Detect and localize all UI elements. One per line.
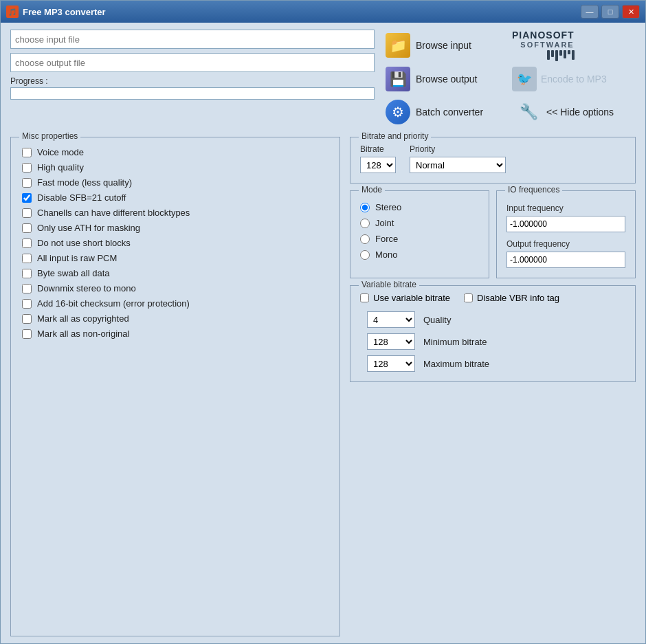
title-bar: 🎵 Free MP3 converter — □ ✕ <box>1 1 645 23</box>
output-freq-field[interactable] <box>506 252 625 268</box>
non-original-label: Mark all as non-original <box>37 329 129 339</box>
browse-output-label: Browse output <box>416 74 478 85</box>
vbr-quality-select[interactable]: 0123 456 789 <box>367 311 415 328</box>
vbr-min-select[interactable]: 32404856 648096112 128160192 224256320 <box>367 333 415 350</box>
window-title: Free MP3 converter <box>23 7 581 17</box>
disable-vbr-tag-checkbox[interactable] <box>464 293 473 302</box>
browse-output-icon: 💾 <box>386 67 410 91</box>
non-original-checkbox[interactable] <box>22 329 32 339</box>
vbr-min-row: 32404856 648096112 128160192 224256320 M… <box>367 333 625 350</box>
force-radio[interactable] <box>360 234 370 244</box>
voice-mode-checkbox[interactable] <box>22 148 32 157</box>
mode-panel: Mode Stereo Joint <box>350 190 489 278</box>
vbr-panel: Variable bitrate Use variable bitrate Di… <box>350 285 636 382</box>
raw-pcm-label: All input is raw PCM <box>37 253 117 263</box>
joint-radio[interactable] <box>360 219 370 228</box>
bitrate-group: Bitrate 32404856 648096112 128160192 224… <box>360 144 396 173</box>
hide-options-label: << Hide options <box>546 107 614 118</box>
use-vbr-label: Use variable bitrate <box>373 293 450 303</box>
stereo-item: Stereo <box>360 202 479 212</box>
downmix-checkbox[interactable] <box>22 284 32 293</box>
mono-label: Mono <box>375 249 398 260</box>
fast-mode-checkbox[interactable] <box>22 178 32 188</box>
only-ath-checkbox[interactable] <box>22 223 32 233</box>
checksum-item: Add 16-bit checksum (error protection) <box>22 298 328 309</box>
raw-pcm-checkbox[interactable] <box>22 254 32 263</box>
mode-legend: Mode <box>359 185 385 195</box>
freq-fields: Input frequency Output frequency <box>506 203 625 268</box>
batch-converter-button[interactable]: ⚙ Batch converter <box>381 97 505 127</box>
use-vbr-checkbox[interactable] <box>360 293 369 302</box>
stereo-radio[interactable] <box>360 203 370 212</box>
batch-row: ⚙ Batch converter 🔧 << Hide options <box>381 97 636 127</box>
logo-bar-7 <box>572 50 575 60</box>
batch-icon: ⚙ <box>386 100 410 124</box>
misc-properties-panel: Misc properties Voice mode High quality … <box>10 137 340 636</box>
priority-group: Priority Idle Below Normal Normal Above … <box>410 144 506 173</box>
left-inputs: Progress : <box>10 30 375 100</box>
logo-bar-5 <box>564 50 566 58</box>
progress-label: Progress : <box>10 76 375 86</box>
vbr-top: Use variable bitrate Disable VBR info ta… <box>360 293 625 303</box>
priority-select[interactable]: Idle Below Normal Normal Above Normal Hi… <box>410 157 506 173</box>
only-ath-item: Only use ATH for masking <box>22 223 328 233</box>
force-item: Force <box>360 234 479 244</box>
copyrighted-checkbox[interactable] <box>22 314 32 324</box>
no-short-blocks-checkbox[interactable] <box>22 238 32 248</box>
disable-vbr-tag-label: Disable VBR info tag <box>477 293 559 303</box>
io-frequencies-panel: IO frequences Input frequency Output fre… <box>496 190 636 278</box>
non-original-item: Mark all as non-original <box>22 329 328 339</box>
channels-diff-item: Chanells can have different blocktypes <box>22 208 328 218</box>
close-button[interactable]: ✕ <box>622 5 640 19</box>
minimize-button[interactable]: — <box>581 5 599 19</box>
freq-legend: IO frequences <box>505 185 562 195</box>
disable-sfb-checkbox[interactable] <box>22 193 32 203</box>
logo-bar-4 <box>559 50 562 56</box>
byte-swab-checkbox[interactable] <box>22 269 32 278</box>
fast-mode-item: Fast mode (less quality) <box>22 177 328 188</box>
copyrighted-item: Mark all as copyrighted <box>22 313 328 324</box>
options-section: Misc properties Voice mode High quality … <box>10 137 636 636</box>
vbr-max-select[interactable]: 32404856 648096112 128160192 224256320 <box>367 355 415 372</box>
downmix-item: Downmix stereo to mono <box>22 283 328 293</box>
vbr-max-row: 32404856 648096112 128160192 224256320 M… <box>367 355 625 372</box>
logo-bar-3 <box>555 50 558 61</box>
bitrate-row: Bitrate 32404856 648096112 128160192 224… <box>360 144 625 173</box>
vbr-legend: Variable bitrate <box>359 280 419 289</box>
high-quality-checkbox[interactable] <box>22 163 32 173</box>
bitrate-select[interactable]: 32404856 648096112 128160192 224256320 <box>360 157 396 173</box>
checkboxes-list: Voice mode High quality Fast mode (less … <box>22 147 328 339</box>
logo-bars <box>547 50 575 61</box>
output-freq-label: Output frequency <box>506 239 625 249</box>
right-buttons: 📁 Browse input PIANOSOFT SOFTWARE <box>381 30 636 127</box>
no-short-blocks-item: Do not use short blocks <box>22 238 328 248</box>
right-panels: Bitrate and priority Bitrate 32404856 64… <box>350 137 636 636</box>
input-freq-field[interactable] <box>506 216 625 232</box>
input-file-field[interactable] <box>10 30 375 49</box>
disable-sfb-item: Disable SFB=21 cutoff <box>22 192 328 203</box>
progress-bar <box>10 87 375 100</box>
checksum-label: Add 16-bit checksum (error protection) <box>37 298 190 309</box>
byte-swab-item: Byte swab all data <box>22 268 328 278</box>
checksum-checkbox[interactable] <box>22 299 32 309</box>
browse-input-button[interactable]: 📁 Browse input <box>381 30 505 60</box>
hide-options-button[interactable]: 🔧 << Hide options <box>512 97 636 127</box>
voice-mode-label: Voice mode <box>37 147 84 157</box>
logo-bar-1 <box>547 50 550 60</box>
stereo-label: Stereo <box>375 202 401 212</box>
input-freq-label: Input frequency <box>506 203 625 213</box>
disable-vbr-tag-item: Disable VBR info tag <box>464 293 559 303</box>
channels-diff-label: Chanells can have different blocktypes <box>37 208 190 218</box>
browse-output-button[interactable]: 💾 Browse output <box>381 64 505 94</box>
main-window: 🎵 Free MP3 converter — □ ✕ Progress : <box>0 0 646 644</box>
output-file-field[interactable] <box>10 53 375 72</box>
copyrighted-label: Mark all as copyrighted <box>37 313 129 324</box>
app-icon: 🎵 <box>6 5 19 18</box>
tools-icon: 🔧 <box>516 100 541 124</box>
browse-output-row: 💾 Browse output 🐦 Encode to MP3 <box>381 64 636 94</box>
top-section: Progress : 📁 Browse input PIANOSOFT SOFT… <box>10 30 636 127</box>
joint-item: Joint <box>360 218 479 228</box>
mono-radio[interactable] <box>360 250 370 260</box>
channels-diff-checkbox[interactable] <box>22 208 32 218</box>
maximize-button[interactable]: □ <box>601 5 619 19</box>
